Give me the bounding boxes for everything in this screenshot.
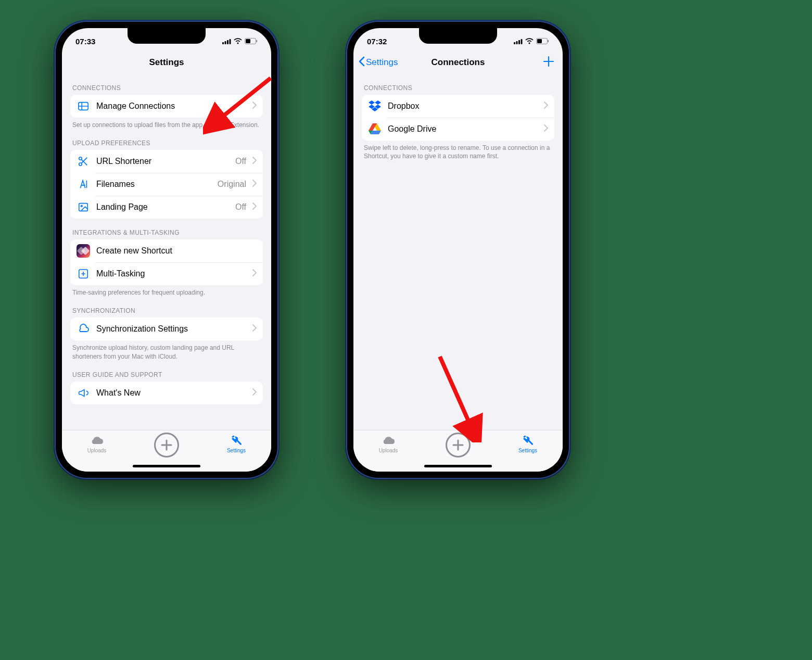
tab-add[interactable] bbox=[141, 434, 193, 458]
row-value: Off bbox=[235, 202, 246, 212]
tab-bar: Uploads Settings bbox=[62, 430, 271, 472]
chevron-right-icon bbox=[252, 157, 257, 166]
group-guide: What's New bbox=[70, 382, 263, 404]
row-label: Google Drive bbox=[388, 124, 538, 134]
svg-rect-28 bbox=[548, 40, 549, 42]
tab-label: Settings bbox=[518, 448, 537, 453]
text-cursor-icon bbox=[77, 177, 90, 191]
row-value: Off bbox=[235, 157, 246, 166]
chevron-right-icon bbox=[252, 388, 257, 398]
row-url-shortener[interactable]: URL Shortener Off bbox=[70, 150, 263, 173]
phone-mockup-right: 07:32 Settings Connections CONNECTIONS bbox=[346, 21, 570, 479]
megaphone-icon bbox=[77, 386, 90, 400]
row-label: Dropbox bbox=[388, 101, 538, 111]
tab-settings[interactable]: Settings bbox=[210, 434, 262, 453]
row-label: Multi-Tasking bbox=[96, 269, 246, 278]
content[interactable]: CONNECTIONS Manage Connections Set up co… bbox=[62, 74, 271, 430]
svg-rect-24 bbox=[518, 40, 520, 44]
row-whats-new[interactable]: What's New bbox=[70, 382, 263, 404]
row-label: Synchronization Settings bbox=[96, 324, 246, 334]
row-sync-settings[interactable]: Synchronization Settings bbox=[70, 318, 263, 340]
group-upload-prefs: URL Shortener Off Filenames Original bbox=[70, 150, 263, 219]
notch bbox=[128, 28, 206, 44]
tab-add[interactable] bbox=[432, 434, 484, 458]
row-label: Manage Connections bbox=[96, 101, 246, 111]
tab-uploads[interactable]: Uploads bbox=[71, 434, 123, 453]
section-footer-sync: Synchronize upload history, custom landi… bbox=[72, 344, 261, 360]
content[interactable]: CONNECTIONS Dropbox Google Drive bbox=[353, 74, 563, 430]
wifi-icon bbox=[234, 37, 242, 46]
tab-uploads[interactable]: Uploads bbox=[362, 434, 414, 453]
row-connection-dropbox[interactable]: Dropbox bbox=[362, 95, 554, 118]
tab-label: Uploads bbox=[87, 448, 107, 453]
notch bbox=[419, 28, 497, 44]
cellular-icon bbox=[514, 37, 523, 46]
row-landing-page[interactable]: Landing Page Off bbox=[70, 196, 263, 219]
image-icon bbox=[77, 200, 90, 214]
row-multitasking[interactable]: Multi-Tasking bbox=[70, 262, 263, 285]
plus-square-icon bbox=[77, 267, 90, 281]
screen: 07:32 Settings Connections CONNECTIONS bbox=[353, 28, 563, 472]
home-indicator[interactable] bbox=[424, 465, 492, 467]
tools-icon bbox=[230, 434, 243, 447]
row-label: Filenames bbox=[96, 180, 211, 189]
row-label: What's New bbox=[96, 388, 246, 398]
svg-point-11 bbox=[79, 163, 82, 166]
svg-rect-5 bbox=[246, 39, 250, 43]
phone-mockup-left: 07:33 Settings CONNECTIONS Manage Connec… bbox=[55, 21, 278, 479]
svg-rect-25 bbox=[521, 39, 523, 44]
row-value: Original bbox=[218, 180, 246, 189]
section-footer-connections: Swipe left to delete, long-press to rena… bbox=[364, 144, 552, 160]
plus-circle-icon bbox=[154, 433, 179, 458]
svg-rect-22 bbox=[514, 42, 515, 44]
battery-icon bbox=[245, 37, 258, 46]
chevron-right-icon bbox=[252, 202, 257, 212]
tab-settings[interactable]: Settings bbox=[502, 434, 554, 453]
row-label: URL Shortener bbox=[96, 157, 229, 166]
svg-rect-15 bbox=[79, 204, 88, 211]
status-indicators bbox=[514, 37, 549, 46]
page-title: Connections bbox=[432, 57, 485, 68]
back-button[interactable]: Settings bbox=[359, 56, 398, 69]
section-footer-integrations: Time-saving preferences for frequent upl… bbox=[72, 288, 261, 297]
home-indicator[interactable] bbox=[133, 465, 200, 467]
plus-icon bbox=[543, 60, 554, 69]
svg-point-10 bbox=[79, 157, 82, 160]
chevron-left-icon bbox=[359, 56, 365, 69]
section-header-sync: SYNCHRONIZATION bbox=[72, 307, 261, 314]
wifi-icon bbox=[525, 37, 534, 46]
cellular-icon bbox=[222, 37, 231, 46]
chevron-right-icon bbox=[544, 124, 548, 134]
section-footer-connections: Set up connections to upload files from … bbox=[72, 121, 261, 129]
plus-circle-icon bbox=[446, 433, 471, 458]
chevron-right-icon bbox=[252, 324, 257, 334]
svg-point-16 bbox=[81, 206, 82, 207]
svg-rect-1 bbox=[225, 41, 226, 44]
chevron-right-icon bbox=[252, 180, 257, 189]
group-connections: Dropbox Google Drive bbox=[362, 95, 554, 141]
connections-icon bbox=[77, 99, 90, 113]
row-connection-google-drive[interactable]: Google Drive bbox=[362, 118, 554, 141]
cloud-icon bbox=[77, 322, 90, 336]
back-label: Settings bbox=[366, 57, 398, 68]
dropbox-icon bbox=[368, 99, 382, 113]
section-header-integrations: INTEGRATIONS & MULTI-TASKING bbox=[72, 229, 261, 236]
row-filenames[interactable]: Filenames Original bbox=[70, 173, 263, 196]
row-create-shortcut[interactable]: Create new Shortcut bbox=[70, 239, 263, 262]
add-button[interactable] bbox=[543, 56, 554, 69]
cloud-upload-icon bbox=[90, 434, 104, 447]
group-integrations: Create new Shortcut Multi-Tasking bbox=[70, 239, 263, 285]
google-drive-icon bbox=[368, 122, 382, 136]
status-time: 07:32 bbox=[367, 37, 387, 46]
chevron-right-icon bbox=[252, 101, 257, 111]
status-indicators bbox=[222, 37, 258, 46]
scissors-icon bbox=[77, 155, 90, 168]
page-title: Settings bbox=[149, 57, 184, 68]
chevron-right-icon bbox=[544, 101, 548, 111]
row-manage-connections[interactable]: Manage Connections bbox=[70, 95, 263, 118]
row-label: Create new Shortcut bbox=[96, 246, 257, 256]
navbar: Settings bbox=[62, 51, 271, 74]
svg-rect-23 bbox=[516, 41, 518, 44]
svg-rect-27 bbox=[537, 39, 542, 43]
group-sync: Synchronization Settings bbox=[70, 318, 263, 340]
